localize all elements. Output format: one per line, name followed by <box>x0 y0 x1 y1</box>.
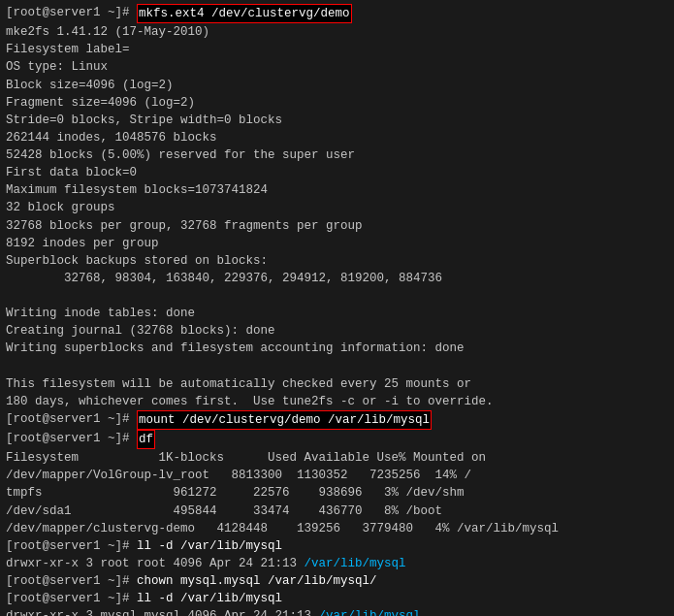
line-prefix: drwxr-xr-x 3 mysql mysql 4096 Apr 24 21:… <box>6 607 319 616</box>
terminal-line: drwxr-xr-x 3 root root 4096 Apr 24 21:13… <box>6 555 668 572</box>
terminal-line: Writing superblocks and filesystem accou… <box>6 340 668 357</box>
terminal-line: First data block=0 <box>6 164 668 181</box>
terminal-line: Filesystem label= <box>6 41 668 58</box>
output-text: 32 block groups <box>6 199 115 216</box>
command-text: ll -d /var/lib/mysql <box>137 537 282 555</box>
output-text: Filesystem label= <box>6 41 130 58</box>
terminal-line: Writing inode tables: done <box>6 305 668 322</box>
command-text: chown mysql.mysql /var/lib/mysql/ <box>137 572 377 590</box>
output-text: 262144 inodes, 1048576 blocks <box>6 129 217 146</box>
terminal-line: tmpfs 961272 22576 938696 3% /dev/shm <box>6 484 668 502</box>
output-text: 52428 blocks (5.00%) reserved for the su… <box>6 146 355 164</box>
terminal-line: Stride=0 blocks, Stripe width=0 blocks <box>6 112 668 129</box>
output-text: Superblock backups stored on blocks: <box>6 252 268 270</box>
terminal-line: [root@server1 ~]# mkfs.ext4 /dev/cluster… <box>6 4 668 23</box>
line-path: /var/lib/mysql <box>319 607 421 616</box>
output-text: This filesystem will be automatically ch… <box>6 375 471 393</box>
terminal-line: drwxr-xr-x 3 mysql mysql 4096 Apr 24 21:… <box>6 607 668 616</box>
terminal-line: Fragment size=4096 (log=2) <box>6 94 668 112</box>
output-text: Maximum filesystem blocks=1073741824 <box>6 181 268 199</box>
output-text: Writing superblocks and filesystem accou… <box>6 340 465 357</box>
terminal-line: [root@server1 ~]# mount /dev/clustervg/d… <box>6 410 668 430</box>
terminal-line: Creating journal (32768 blocks): done <box>6 322 668 340</box>
terminal-line: 32 block groups <box>6 199 668 216</box>
prompt-text: [root@server1 ~]# <box>6 537 137 555</box>
output-text: /dev/sda1 495844 33474 436770 8% /boot <box>6 503 442 520</box>
terminal-line: 180 days, whichever comes first. Use tun… <box>6 393 668 410</box>
output-text: 8192 inodes per group <box>6 235 159 252</box>
command-text: ll -d /var/lib/mysql <box>137 590 282 607</box>
terminal-line: 52428 blocks (5.00%) reserved for the su… <box>6 146 668 164</box>
output-text: OS type: Linux <box>6 58 108 76</box>
terminal-line: This filesystem will be automatically ch… <box>6 375 668 393</box>
output-text: 180 days, whichever comes first. Use tun… <box>6 393 494 410</box>
terminal-line <box>6 287 668 305</box>
prompt-text: [root@server1 ~]# <box>6 590 137 607</box>
prompt-text: [root@server1 ~]# <box>6 410 137 430</box>
terminal-line: Maximum filesystem blocks=1073741824 <box>6 181 668 199</box>
output-text: /dev/mapper/clustervg-demo 4128448 13925… <box>6 520 559 537</box>
terminal-line: /dev/mapper/clustervg-demo 4128448 13925… <box>6 520 668 537</box>
line-path: /var/lib/mysql <box>305 555 406 572</box>
terminal-line: /dev/mapper/VolGroup-lv_root 8813300 113… <box>6 467 668 484</box>
terminal-line: Block size=4096 (log=2) <box>6 77 668 94</box>
output-text: Filesystem 1K-blocks Used Available Use%… <box>6 449 486 467</box>
prompt-text: [root@server1 ~]# <box>6 572 137 590</box>
terminal-line: 8192 inodes per group <box>6 235 668 252</box>
output-text: Block size=4096 (log=2) <box>6 77 174 94</box>
output-text: 32768 blocks per group, 32768 fragments … <box>6 217 363 235</box>
terminal-line: [root@server1 ~]# chown mysql.mysql /var… <box>6 572 668 590</box>
terminal-line: 262144 inodes, 1048576 blocks <box>6 129 668 146</box>
terminal-line: Filesystem 1K-blocks Used Available Use%… <box>6 449 668 467</box>
terminal-line: 32768, 98304, 163840, 229376, 294912, 81… <box>6 270 668 287</box>
output-text: Creating journal (32768 blocks): done <box>6 322 275 340</box>
terminal-line: [root@server1 ~]# ll -d /var/lib/mysql <box>6 590 668 607</box>
command-text: mkfs.ext4 /dev/clustervg/demo <box>137 4 352 23</box>
output-text: 32768, 98304, 163840, 229376, 294912, 81… <box>6 270 442 287</box>
terminal-line: [root@server1 ~]# df <box>6 430 668 449</box>
output-text: /dev/mapper/VolGroup-lv_root 8813300 113… <box>6 467 471 484</box>
prompt-text: [root@server1 ~]# <box>6 4 137 23</box>
line-prefix: drwxr-xr-x 3 root root 4096 Apr 24 21:13 <box>6 555 305 572</box>
terminal-line: OS type: Linux <box>6 58 668 76</box>
output-text: Writing inode tables: done <box>6 305 195 322</box>
terminal-window: [root@server1 ~]# mkfs.ext4 /dev/cluster… <box>0 0 674 616</box>
output-text: Stride=0 blocks, Stripe width=0 blocks <box>6 112 282 129</box>
command-text: mount /dev/clustervg/demo /var/lib/mysql <box>137 410 432 430</box>
output-text: Fragment size=4096 (log=2) <box>6 94 195 112</box>
terminal-line: 32768 blocks per group, 32768 fragments … <box>6 217 668 235</box>
terminal-line: Superblock backups stored on blocks: <box>6 252 668 270</box>
terminal-line <box>6 358 668 375</box>
command-text: df <box>137 430 155 449</box>
prompt-text: [root@server1 ~]# <box>6 430 137 449</box>
terminal-line: /dev/sda1 495844 33474 436770 8% /boot <box>6 503 668 520</box>
output-text: mke2fs 1.41.12 (17-May-2010) <box>6 23 209 41</box>
output-text: First data block=0 <box>6 164 137 181</box>
terminal-line: [root@server1 ~]# ll -d /var/lib/mysql <box>6 537 668 555</box>
terminal-line: mke2fs 1.41.12 (17-May-2010) <box>6 23 668 41</box>
output-text: tmpfs 961272 22576 938696 3% /dev/shm <box>6 484 465 502</box>
